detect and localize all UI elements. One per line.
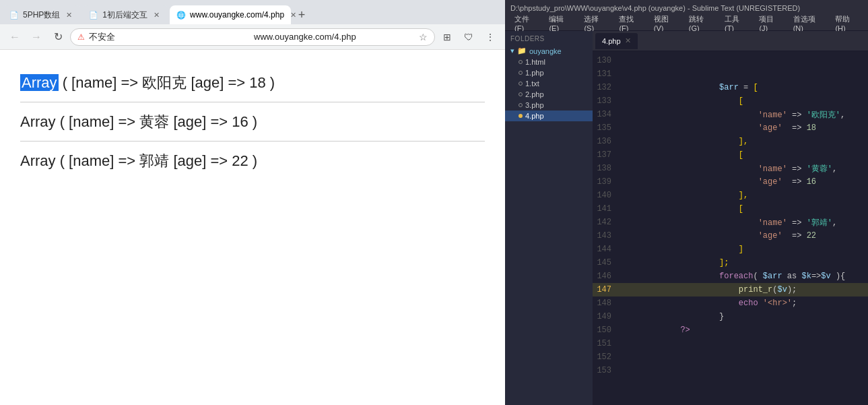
line-num-143: 143 (593, 231, 620, 241)
file-status-dot-2 (519, 71, 523, 75)
line-num-140: 140 (593, 191, 620, 200)
tab-interaction[interactable]: 📄 1初后端交互 ✕ (82, 5, 168, 24)
browser-panel: 📄 5PHP数组 ✕ 📄 1初后端交互 ✕ 🌐 www.ouyangke.com… (0, 0, 505, 405)
line-num-136: 136 (593, 137, 620, 146)
file-status-dot-3 (519, 82, 523, 86)
editor-panel: D:\phpstudy_pro\WWW\ouyangke\v4.php (ouy… (505, 0, 868, 405)
page-content: Array ( [name] => 欧阳克 [age] => 18 ) Arra… (0, 50, 505, 405)
line-num-145: 145 (593, 258, 620, 268)
line-num-133: 133 (593, 96, 620, 106)
folder-arrow-icon: ▾ (510, 46, 514, 55)
line-num-138: 138 (593, 164, 620, 173)
editor-sidebar: FOLDERS ▾ 📁 ouyangke 1.html 1.php 1.txt … (505, 31, 593, 405)
line-num-148: 148 (593, 299, 620, 308)
line-num-149: 149 (593, 312, 620, 321)
file-status-dot-6 (519, 114, 523, 118)
address-bar[interactable]: ⚠ 不安全 www.ouyangke.com/4.php ☆ (70, 28, 435, 46)
file-status-dot-5 (519, 103, 523, 107)
sidebar-file-1txt[interactable]: 1.txt (505, 78, 593, 89)
file-tab-close-icon[interactable]: ✕ (625, 36, 631, 45)
tab-label-3: www.ouyangke.com/4.php (190, 10, 284, 20)
file-tab-4php[interactable]: 4.php ✕ (595, 33, 638, 49)
shield-icon[interactable]: 🛡 (459, 28, 478, 46)
array-content-2: ( [name] => 黄蓉 [age] => 16 ) (56, 113, 258, 130)
line-num-141: 141 (593, 204, 620, 214)
line-num-130: 130 (593, 56, 620, 65)
line-num-147: 147 (593, 285, 620, 294)
tab-active[interactable]: 🌐 www.ouyangke.com/4.php ✕ (170, 5, 291, 24)
editor-menubar: 文件(F) 编辑(E) 选择(S) 查找(F) 视图(V) 跳转(G) 工具(T… (505, 16, 868, 31)
sidebar-header: FOLDERS (505, 31, 593, 45)
url-display: www.ouyangke.com/4.php (254, 32, 415, 42)
code-line-152: 152 (593, 350, 868, 364)
sidebar-file-4php[interactable]: 4.php (505, 111, 593, 121)
folder-label: ouyangke (529, 47, 562, 55)
sidebar-file-3php[interactable]: 3.php (505, 100, 593, 111)
back-button[interactable]: ← (5, 28, 24, 46)
line-num-134: 134 (593, 110, 620, 119)
file-status-dot-4 (519, 92, 523, 96)
tab-bar: 📄 5PHP数组 ✕ 📄 1初后端交互 ✕ 🌐 www.ouyangke.com… (0, 0, 505, 24)
file-status-dot-1 (519, 60, 523, 64)
array-item-3: Array ( [name] => 郭靖 [age] => 22 ) (20, 142, 485, 180)
nav-right-icons: ⊞ 🛡 ⋮ (438, 28, 500, 46)
line-num-151: 151 (593, 339, 620, 348)
bookmark-icon[interactable]: ☆ (419, 32, 428, 42)
forward-button[interactable]: → (27, 28, 46, 46)
code-line-150: 150 ?> (593, 323, 868, 337)
array-item-1: Array ( [name] => 欧阳克 [age] => 18 ) (20, 63, 485, 102)
line-num-152: 152 (593, 352, 620, 362)
reload-button[interactable]: ↻ (48, 28, 67, 46)
file-label-1html: 1.html (525, 58, 545, 66)
tab-favicon-3: 🌐 (176, 11, 186, 20)
line-num-131: 131 (593, 69, 620, 79)
array-keyword-highlighted: Array (20, 74, 59, 91)
array-item-2: Array ( [name] => 黄蓉 [age] => 16 ) (20, 102, 485, 142)
menu-button[interactable]: ⋮ (481, 28, 500, 46)
url-insecure-label: 不安全 (89, 31, 250, 43)
line-num-132: 132 (593, 83, 620, 92)
editor-main: 4.php ✕ 130 131 132 $arr = [ (593, 31, 868, 405)
tab-label-1: 5PHP数组 (23, 9, 60, 21)
array-content-3: ( [name] => 郭靖 [age] => 22 ) (56, 152, 258, 169)
line-num-142: 142 (593, 218, 620, 227)
line-num-150: 150 (593, 325, 620, 335)
array-content-1: ( [name] => 欧阳克 [age] => 18 ) (59, 74, 275, 91)
insecure-icon: ⚠ (77, 32, 85, 42)
tab-label-2: 1初后端交互 (102, 9, 147, 21)
line-num-137: 137 (593, 150, 620, 160)
tab-favicon-1: 📄 (9, 11, 19, 20)
file-label-2php: 2.php (525, 90, 544, 98)
sidebar-file-1html[interactable]: 1.html (505, 57, 593, 67)
sidebar-file-1php[interactable]: 1.php (505, 67, 593, 78)
line-num-135: 135 (593, 123, 620, 133)
tab-favicon-2: 📄 (89, 11, 98, 20)
line-num-146: 146 (593, 272, 620, 281)
line-content-150: ?> (620, 316, 868, 344)
file-label-4php: 4.php (525, 112, 544, 120)
sidebar-folder-ouyangke[interactable]: ▾ 📁 ouyangke (505, 45, 593, 57)
line-num-153: 153 (593, 366, 620, 375)
editor-title-text: D:\phpstudy_pro\WWW\ouyangke\v4.php (ouy… (510, 4, 800, 12)
line-num-139: 139 (593, 177, 620, 187)
nav-bar: ← → ↻ ⚠ 不安全 www.ouyangke.com/4.php ☆ ⊞ 🛡… (0, 24, 505, 50)
extensions-button[interactable]: ⊞ (438, 28, 457, 46)
code-line-130: 130 (593, 54, 868, 67)
sidebar-file-2php[interactable]: 2.php (505, 89, 593, 100)
file-tabs: 4.php ✕ (593, 31, 868, 51)
code-line-153: 153 (593, 364, 868, 377)
array-keyword-3: Array (20, 152, 56, 169)
editor-body: FOLDERS ▾ 📁 ouyangke 1.html 1.php 1.txt … (505, 31, 868, 405)
folder-icon: 📁 (517, 46, 527, 55)
tab-close-1[interactable]: ✕ (64, 10, 74, 20)
file-label-1php: 1.php (525, 69, 544, 77)
array-keyword-2: Array (20, 113, 56, 130)
line-num-144: 144 (593, 245, 620, 254)
code-area[interactable]: 130 131 132 $arr = [ 133 (593, 51, 868, 405)
file-label-3php: 3.php (525, 101, 544, 109)
new-tab-button[interactable]: + (292, 5, 311, 24)
file-label-1txt: 1.txt (525, 80, 539, 88)
tab-close-2[interactable]: ✕ (152, 10, 162, 20)
tab-php-array[interactable]: 📄 5PHP数组 ✕ (3, 5, 81, 24)
file-tab-label: 4.php (602, 37, 621, 45)
